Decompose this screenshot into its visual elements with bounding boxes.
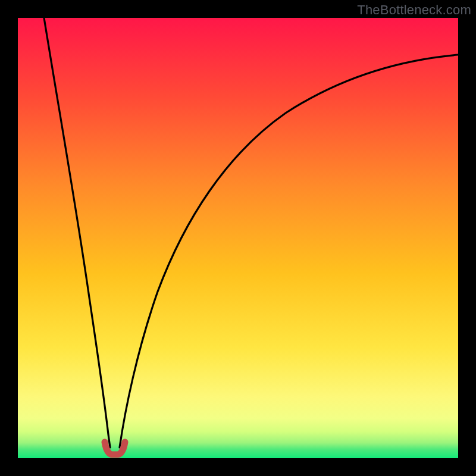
watermark-text: TheBottleneck.com: [357, 2, 471, 18]
plot-area: [18, 18, 458, 458]
right-branch: [120, 55, 458, 447]
left-branch: [44, 18, 110, 447]
chart-frame: TheBottleneck.com: [0, 0, 476, 476]
valley-marker: [105, 442, 125, 455]
curve-layer: [18, 18, 458, 458]
